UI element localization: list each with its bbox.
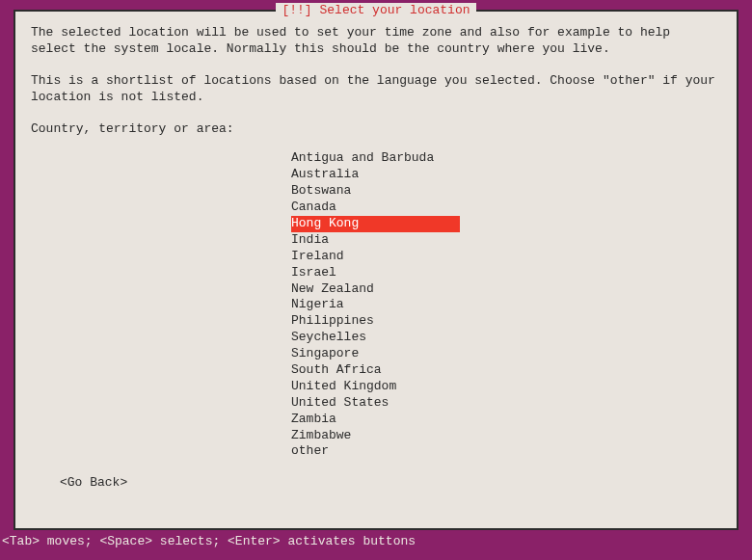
country-option[interactable]: other xyxy=(291,443,460,460)
location-dialog: [!!] Select your location The selected l… xyxy=(13,10,739,530)
country-list[interactable]: Antigua and BarbudaAustraliaBotswanaCana… xyxy=(291,150,721,460)
country-option[interactable]: Israel xyxy=(291,265,460,281)
country-option[interactable]: Singapore xyxy=(291,346,460,362)
footer-hint: <Tab> moves; <Space> selects; <Enter> ac… xyxy=(0,530,752,550)
country-option[interactable]: New Zealand xyxy=(291,281,460,298)
country-option[interactable]: United States xyxy=(291,395,460,412)
description-paragraph-2: This is a shortlist of locations based o… xyxy=(31,73,721,106)
go-back-button[interactable]: <Go Back> xyxy=(60,475,127,492)
country-option[interactable]: Antigua and Barbuda xyxy=(291,150,460,167)
country-option[interactable]: South Africa xyxy=(291,362,460,379)
country-option[interactable]: United Kingdom xyxy=(291,379,460,395)
country-option[interactable]: Australia xyxy=(291,167,460,183)
country-option[interactable]: Zimbabwe xyxy=(291,428,460,444)
description-paragraph-1: The selected location will be used to se… xyxy=(31,25,721,58)
country-option[interactable]: Hong Kong xyxy=(291,216,460,232)
country-option[interactable]: Nigeria xyxy=(291,297,460,313)
country-option[interactable]: India xyxy=(291,232,460,249)
country-option[interactable]: Ireland xyxy=(291,249,460,265)
title-text: Select your location xyxy=(319,3,470,17)
country-option[interactable]: Zambia xyxy=(291,412,460,428)
dialog-title: [!!] Select your location xyxy=(276,3,475,19)
country-prompt: Country, territory or area: xyxy=(31,121,721,138)
title-prefix: [!!] xyxy=(282,3,319,17)
country-option[interactable]: Philippines xyxy=(291,313,460,330)
country-option[interactable]: Seychelles xyxy=(291,330,460,346)
country-option[interactable]: Botswana xyxy=(291,183,460,200)
country-option[interactable]: Canada xyxy=(291,200,460,216)
